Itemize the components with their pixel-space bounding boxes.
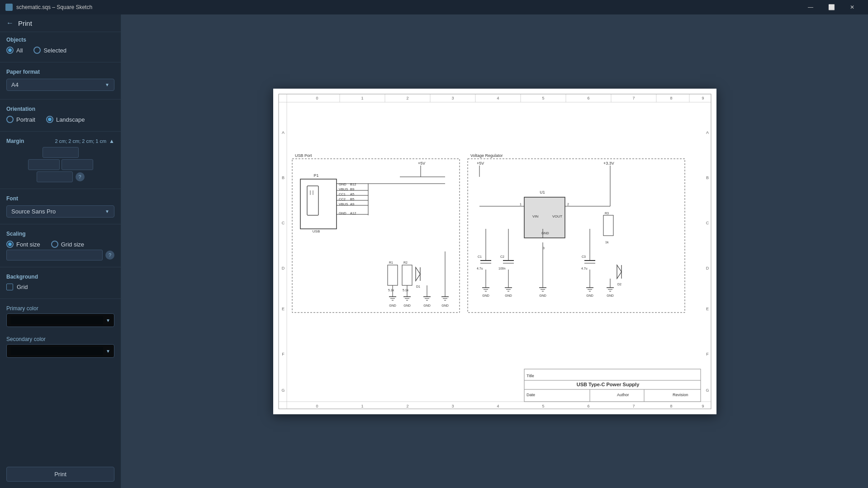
svg-text:B9: B9	[350, 187, 354, 191]
svg-text:8: 8	[670, 96, 672, 100]
divider-6	[0, 267, 121, 267]
svg-text:U1: U1	[540, 190, 545, 194]
scaling-value-input[interactable]: 12 pt	[6, 250, 103, 261]
background-section: Background Grid	[0, 269, 121, 297]
svg-text:GND: GND	[539, 294, 546, 297]
grid-checkbox[interactable]	[6, 284, 13, 290]
svg-marker-142	[617, 265, 621, 279]
radio-grid-size[interactable]: Grid size	[51, 241, 84, 248]
svg-text:B5: B5	[350, 197, 354, 201]
svg-text:C: C	[706, 221, 709, 225]
radio-all-circle	[6, 47, 14, 54]
svg-text:GND: GND	[403, 304, 411, 307]
margin-summary-row: 2 cm; 2 cm; 2 cm; 1 cm ▲	[55, 138, 114, 144]
titlebar-controls: — ⬜ ✕	[800, 0, 863, 14]
back-button[interactable]: ← Print	[0, 14, 121, 32]
svg-text:Title: Title	[526, 374, 534, 378]
svg-text:9: 9	[702, 404, 704, 408]
svg-text:4.7u: 4.7u	[477, 267, 483, 270]
svg-text:C2: C2	[500, 255, 504, 258]
secondary-color-select[interactable]: ▼	[6, 344, 114, 358]
radio-landscape[interactable]: Landscape	[46, 116, 85, 123]
margin-inputs: 2 cm 2 cm 2 cm 1 cm ?	[6, 147, 114, 182]
grid-label: Grid	[17, 284, 28, 290]
svg-text:1k: 1k	[605, 241, 609, 244]
close-button[interactable]: ✕	[842, 0, 863, 14]
primary-color-section: Primary color ▼	[0, 301, 121, 332]
svg-text:1: 1	[361, 96, 363, 100]
svg-text:5.1k: 5.1k	[388, 289, 394, 292]
radio-selected-label: Selected	[43, 47, 66, 54]
font-label: Font	[6, 195, 114, 202]
radio-font-size-label: Font size	[16, 241, 40, 248]
print-button[interactable]: Print	[6, 467, 114, 482]
svg-text:4.7u: 4.7u	[581, 267, 588, 270]
radio-landscape-circle	[46, 116, 53, 123]
paper-format-select[interactable]: A4 ▼	[6, 79, 114, 91]
svg-text:100n: 100n	[498, 267, 506, 270]
scaling-help-button[interactable]: ?	[105, 251, 114, 260]
svg-text:GND: GND	[586, 294, 593, 297]
margin-collapse-icon[interactable]: ▲	[109, 138, 114, 144]
svg-text:4: 4	[497, 404, 499, 408]
minimize-button[interactable]: —	[800, 0, 821, 14]
objects-section: Objects All Selected	[0, 32, 121, 60]
svg-text:A: A	[706, 130, 708, 135]
margin-middle-row: 2 cm 2 cm	[28, 159, 93, 170]
sidebar-title: Print	[18, 19, 32, 27]
radio-selected[interactable]: Selected	[33, 47, 66, 54]
margin-bottom-input[interactable]: 1 cm	[37, 171, 73, 182]
svg-text:9: 9	[702, 96, 704, 100]
margin-right-input[interactable]: 2 cm	[62, 159, 93, 170]
svg-text:P1: P1	[313, 173, 318, 178]
svg-text:Date: Date	[526, 393, 535, 397]
app-icon	[5, 4, 13, 11]
primary-color-select[interactable]: ▼	[6, 313, 114, 327]
radio-grid-size-circle	[51, 241, 58, 248]
svg-text:CC2: CC2	[339, 197, 346, 201]
orientation-section: Orientation Portrait Landscape	[0, 101, 121, 129]
margin-label: Margin	[6, 138, 24, 144]
svg-text:B: B	[706, 175, 708, 180]
svg-text:3: 3	[543, 246, 545, 250]
paper-format-row: A4 ▼	[6, 79, 114, 91]
svg-text:D2: D2	[617, 283, 621, 286]
schematic-page: 0 1 2 3 4 5 6 7 8 9 A B C D E F	[273, 89, 716, 414]
svg-text:D: D	[706, 266, 709, 270]
svg-text:G: G	[281, 388, 285, 393]
font-select[interactable]: Source Sans Pro ▼	[6, 205, 114, 218]
scaling-section: Scaling Font size Grid size 12 pt ?	[0, 226, 121, 265]
schematic-svg: 0 1 2 3 4 5 6 7 8 9 A B C D E F	[273, 89, 716, 414]
svg-text:USB Type-C Power Supply: USB Type-C Power Supply	[576, 382, 639, 387]
radio-portrait-circle	[6, 116, 14, 123]
svg-text:VBUS: VBUS	[339, 202, 348, 206]
orientation-label: Orientation	[6, 106, 114, 112]
svg-text:2: 2	[567, 203, 569, 206]
svg-text:F: F	[282, 352, 285, 356]
svg-text:Voltage Regulator: Voltage Regulator	[470, 153, 503, 158]
svg-text:3: 3	[451, 96, 454, 100]
svg-text:+5V: +5V	[418, 161, 425, 166]
svg-text:Author: Author	[617, 393, 629, 397]
svg-text:C: C	[281, 221, 285, 225]
margin-top-input[interactable]: 2 cm	[43, 147, 79, 158]
window-title: schematic.sqs – Square Sketch	[16, 4, 92, 10]
divider-5	[0, 224, 121, 224]
radio-font-size[interactable]: Font size	[6, 241, 40, 248]
background-label: Background	[6, 274, 114, 280]
radio-all[interactable]: All	[6, 47, 23, 54]
grid-checkbox-row[interactable]: Grid	[6, 284, 114, 290]
restore-button[interactable]: ⬜	[821, 0, 842, 14]
svg-text:VIN: VIN	[532, 214, 539, 218]
svg-text:VBUS: VBUS	[339, 187, 348, 191]
margin-left-input[interactable]: 2 cm	[28, 159, 60, 170]
paper-format-label: Paper format	[6, 69, 114, 75]
svg-text:C1: C1	[478, 255, 482, 258]
svg-text:R1: R1	[389, 261, 393, 264]
margin-help-button[interactable]: ?	[76, 172, 85, 181]
svg-text:3: 3	[451, 404, 454, 408]
paper-format-section: Paper format A4 ▼	[0, 64, 121, 97]
svg-text:8: 8	[670, 404, 672, 408]
radio-portrait[interactable]: Portrait	[6, 116, 35, 123]
svg-text:A12: A12	[350, 211, 356, 215]
